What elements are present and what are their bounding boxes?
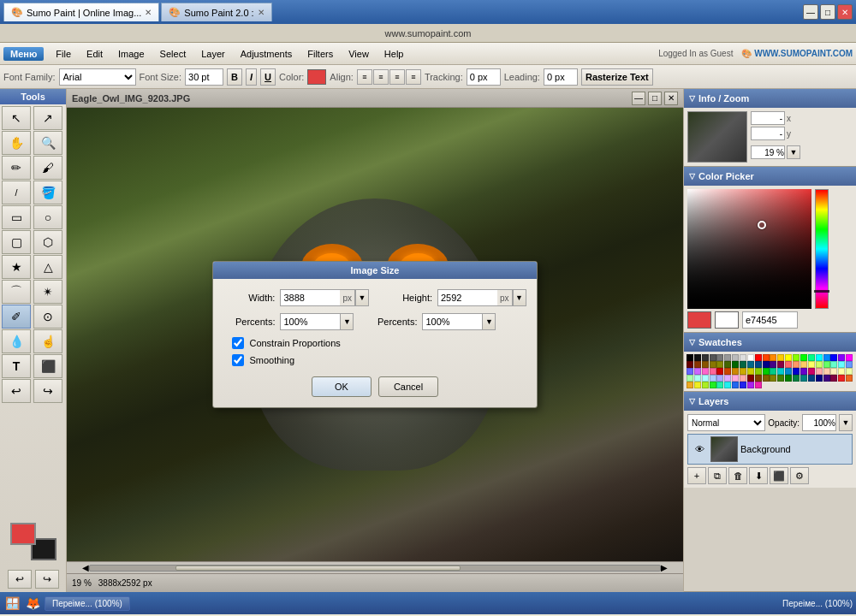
swatch-color[interactable] bbox=[846, 354, 853, 361]
swatch-color[interactable] bbox=[770, 368, 776, 375]
smoothing-checkbox[interactable] bbox=[232, 354, 244, 366]
swatches-header[interactable]: ▽ Swatches bbox=[684, 333, 856, 352]
swatch-color[interactable] bbox=[702, 368, 709, 375]
swatch-color[interactable] bbox=[808, 375, 815, 382]
swatch-color[interactable] bbox=[710, 354, 716, 361]
layer-settings-button[interactable]: ⚙ bbox=[790, 467, 809, 484]
swatch-color[interactable] bbox=[785, 368, 792, 375]
color-foreground-swatch[interactable] bbox=[10, 523, 36, 545]
info-zoom-header[interactable]: ▽ Info / Zoom bbox=[684, 89, 856, 108]
swatch-color[interactable] bbox=[838, 368, 845, 375]
scroll-arrow-right[interactable]: ▶ bbox=[661, 563, 668, 572]
swatch-color[interactable] bbox=[830, 375, 837, 382]
align-justify-button[interactable]: ≡ bbox=[406, 69, 421, 85]
layers-header[interactable]: ▽ Layers bbox=[684, 392, 856, 411]
percents-2-arrow[interactable]: ▼ bbox=[482, 313, 496, 330]
y-coord-input[interactable] bbox=[751, 127, 785, 140]
swatch-color[interactable] bbox=[793, 368, 800, 375]
menu-help[interactable]: Help bbox=[377, 47, 411, 61]
swatch-color[interactable] bbox=[740, 382, 746, 388]
tool-line[interactable]: / bbox=[2, 181, 31, 204]
zoom-input[interactable] bbox=[751, 145, 785, 159]
menu-file[interactable]: File bbox=[49, 47, 78, 61]
font-size-input[interactable] bbox=[185, 68, 223, 86]
minimize-button[interactable]: — bbox=[803, 4, 818, 20]
tool-zoom[interactable]: 🔍 bbox=[33, 131, 62, 155]
align-left-button[interactable]: ≡ bbox=[357, 69, 372, 85]
zoom-arrow-btn[interactable]: ▼ bbox=[787, 145, 800, 159]
swatch-color[interactable] bbox=[770, 361, 776, 368]
canvas-minimize-btn[interactable]: — bbox=[632, 92, 645, 105]
taskbar-start-icon[interactable]: 🪟 bbox=[3, 595, 21, 612]
swatch-color[interactable] bbox=[687, 354, 693, 361]
italic-button[interactable]: I bbox=[246, 68, 257, 86]
tab-2-close[interactable]: ✕ bbox=[258, 8, 265, 17]
swatch-color[interactable] bbox=[694, 382, 701, 388]
underline-button[interactable]: U bbox=[260, 68, 276, 86]
swatch-color[interactable] bbox=[823, 354, 830, 361]
swatch-color[interactable] bbox=[763, 375, 770, 382]
swatch-color[interactable] bbox=[838, 361, 845, 368]
swatch-color[interactable] bbox=[732, 368, 739, 375]
width-arrow[interactable]: ▼ bbox=[355, 289, 369, 306]
layer-row[interactable]: 👁 Background bbox=[687, 434, 853, 465]
tab-2[interactable]: 🎨 Sumo Paint 2.0 : ✕ bbox=[161, 3, 271, 21]
align-center-button[interactable]: ≡ bbox=[373, 69, 389, 85]
swatch-color[interactable] bbox=[770, 354, 776, 361]
swatch-color[interactable] bbox=[777, 375, 784, 382]
tool-finger[interactable]: ☝ bbox=[33, 329, 62, 353]
width-input[interactable] bbox=[280, 289, 340, 306]
swatch-color[interactable] bbox=[687, 375, 693, 382]
swatch-color[interactable] bbox=[716, 354, 723, 361]
taskbar-browser-icon[interactable]: 🦊 bbox=[24, 595, 41, 612]
tool-fill[interactable]: 🪣 bbox=[33, 181, 62, 204]
tool-text[interactable]: T bbox=[2, 354, 31, 378]
swatch-color[interactable] bbox=[716, 361, 723, 368]
menu-adjustments[interactable]: Adjustments bbox=[234, 47, 300, 61]
swatch-color[interactable] bbox=[710, 361, 716, 368]
swatch-color[interactable] bbox=[823, 375, 830, 382]
swatch-color[interactable] bbox=[755, 354, 762, 361]
swatch-color[interactable] bbox=[785, 354, 792, 361]
swatch-color[interactable] bbox=[846, 361, 853, 368]
swatch-color[interactable] bbox=[702, 361, 709, 368]
swatch-color[interactable] bbox=[808, 354, 815, 361]
tool-ellipse[interactable]: ○ bbox=[33, 205, 62, 229]
opacity-arrow-btn[interactable]: ▼ bbox=[839, 414, 853, 431]
cancel-button[interactable]: Cancel bbox=[378, 376, 438, 397]
swatch-color[interactable] bbox=[793, 375, 800, 382]
tool-lasso[interactable]: ⌒ bbox=[2, 280, 31, 304]
undo-button[interactable]: ↩ bbox=[8, 570, 32, 589]
opacity-input[interactable] bbox=[802, 414, 836, 431]
swatch-color[interactable] bbox=[816, 361, 823, 368]
swatch-color[interactable] bbox=[740, 368, 746, 375]
color-hue-slider[interactable] bbox=[815, 189, 829, 309]
leading-input[interactable] bbox=[544, 68, 578, 86]
swatch-color[interactable] bbox=[785, 361, 792, 368]
swatch-color[interactable] bbox=[716, 375, 723, 382]
swatch-color[interactable] bbox=[702, 354, 709, 361]
swatch-color[interactable] bbox=[702, 375, 709, 382]
swatch-color[interactable] bbox=[687, 361, 693, 368]
swatch-color[interactable] bbox=[830, 361, 837, 368]
swatch-color[interactable] bbox=[747, 375, 754, 382]
swatch-color[interactable] bbox=[808, 368, 815, 375]
swatch-color[interactable] bbox=[724, 361, 731, 368]
swatch-color[interactable] bbox=[846, 375, 853, 382]
swatch-color[interactable] bbox=[732, 361, 739, 368]
tool-smudge[interactable]: ⊙ bbox=[33, 305, 62, 329]
swatch-color[interactable] bbox=[716, 382, 723, 388]
swatch-color[interactable] bbox=[800, 368, 807, 375]
font-family-select[interactable]: Arial bbox=[59, 68, 136, 86]
canvas-viewport[interactable]: Image Size Width: px ▼ Height: bbox=[67, 108, 683, 561]
menu-view[interactable]: View bbox=[342, 47, 376, 61]
ok-button[interactable]: OK bbox=[312, 376, 372, 397]
swatch-color[interactable] bbox=[732, 375, 739, 382]
align-right-button[interactable]: ≡ bbox=[389, 69, 405, 85]
close-button[interactable]: ✕ bbox=[837, 4, 853, 20]
delete-layer-button[interactable]: 🗑 bbox=[728, 467, 747, 484]
constrain-checkbox[interactable] bbox=[232, 337, 244, 349]
height-input[interactable] bbox=[437, 289, 497, 306]
swatch-color[interactable] bbox=[846, 368, 853, 375]
swatch-color[interactable] bbox=[823, 361, 830, 368]
